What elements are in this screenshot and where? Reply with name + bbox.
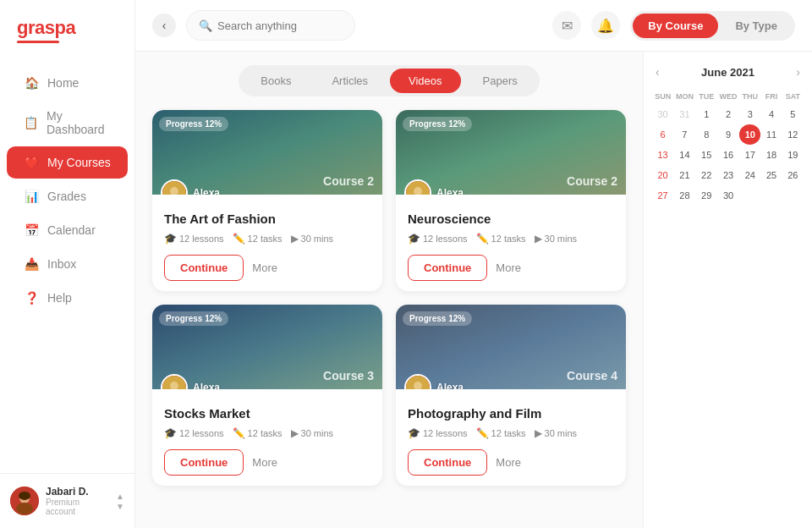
continue-button-4[interactable]: Continue (408, 449, 487, 476)
sidebar-item-help[interactable]: ❓Help (7, 282, 128, 314)
by-course-button[interactable]: By Course (633, 14, 718, 38)
tasks-count-4: 12 tasks (491, 428, 526, 438)
progress-badge-1: Progress 12% (159, 117, 228, 131)
card-image-2: Progress 12% Course 2 Alexa (396, 110, 626, 195)
dashboard-icon: 📋 (24, 115, 38, 130)
calendar-day[interactable]: 7 (673, 124, 695, 145)
tab-videos[interactable]: Videos (390, 69, 461, 93)
calendar-day[interactable]: 24 (739, 165, 760, 185)
calendar-day[interactable]: 10 (739, 124, 760, 145)
more-link-2[interactable]: More (496, 261, 521, 274)
calendar-day[interactable]: 4 (760, 104, 782, 124)
main-content: ‹ 🔍 ✉ 🔔 By Course By Type Books Articles… (135, 0, 812, 528)
more-link-4[interactable]: More (496, 456, 521, 469)
card-meta-2: 🎓 12 lessons ✏️ 12 tasks ▶ 30 mins (408, 233, 614, 245)
avatar-overlay-1: Alexa (161, 179, 220, 195)
sidebar-label-calendar: Calendar (47, 223, 96, 237)
sidebar-label-dashboard: My Dashboard (47, 109, 111, 136)
card-title-2: Neuroscience (408, 212, 614, 226)
calendar-day[interactable]: 9 (717, 124, 739, 145)
instructor-name-3: Alexa (193, 382, 220, 389)
logo-underline (17, 41, 59, 43)
sidebar-item-grades[interactable]: 📊Grades (7, 180, 128, 212)
calendar-day[interactable]: 31 (673, 104, 695, 124)
calendar-day[interactable]: 19 (782, 145, 804, 165)
tasks-meta-4: ✏️ 12 tasks (476, 427, 526, 439)
calendar-day[interactable]: 28 (673, 185, 695, 206)
calendar-day[interactable]: 13 (652, 145, 673, 165)
card-actions-2: Continue More (408, 255, 614, 281)
duration-meta-1: ▶ 30 mins (291, 233, 334, 245)
calendar-day[interactable]: 17 (739, 145, 760, 165)
instructor-name-4: Alexa (436, 382, 464, 389)
instructor-name-2: Alexa (436, 187, 464, 195)
continue-button-2[interactable]: Continue (408, 255, 487, 281)
duration-1: 30 mins (301, 234, 334, 244)
sidebar-item-dashboard[interactable]: 📋My Dashboard (7, 101, 128, 145)
calendar-header: ‹ June 2021 › (652, 63, 804, 80)
calendar-day[interactable]: 27 (652, 185, 673, 206)
calendar-day[interactable]: 12 (782, 124, 804, 145)
duration-meta-2: ▶ 30 mins (535, 233, 578, 245)
calendar-day[interactable]: 21 (673, 165, 695, 185)
lessons-count-2: 12 lessons (423, 234, 468, 244)
sidebar-item-home[interactable]: 🏠Home (7, 67, 128, 99)
tab-articles[interactable]: Articles (313, 69, 387, 93)
instructor-avatar-1 (161, 179, 188, 195)
calendar-prev-button[interactable]: ‹ (652, 63, 663, 80)
lessons-icon-3: 🎓 (164, 427, 177, 439)
calendar-day (782, 185, 804, 206)
calendar-day[interactable]: 16 (717, 145, 739, 165)
calendar-day[interactable]: 14 (673, 145, 695, 165)
calendar-day[interactable]: 15 (696, 145, 717, 165)
search-input[interactable] (217, 19, 343, 32)
user-area[interactable]: Jabari D. Premium account ▲ ▼ (0, 473, 134, 528)
duration-meta-4: ▶ 30 mins (535, 427, 578, 439)
mail-button[interactable]: ✉ (552, 11, 581, 40)
tasks-icon-4: ✏️ (476, 427, 489, 439)
calendar-day[interactable]: 11 (760, 124, 782, 145)
calendar-day[interactable]: 20 (652, 165, 673, 185)
calendar-day[interactable]: 30 (652, 104, 673, 124)
topbar-right: ✉ 🔔 By Course By Type (552, 11, 795, 41)
continue-button-1[interactable]: Continue (164, 255, 244, 281)
calendar-day[interactable]: 1 (696, 104, 717, 124)
topbar: ‹ 🔍 ✉ 🔔 By Course By Type (135, 0, 812, 52)
calendar-day[interactable]: 2 (717, 104, 739, 124)
tab-papers[interactable]: Papers (464, 69, 536, 93)
more-link-1[interactable]: More (252, 261, 277, 274)
continue-button-3[interactable]: Continue (164, 449, 244, 476)
calendar-day[interactable]: 23 (717, 165, 739, 185)
search-icon: 🔍 (199, 19, 212, 32)
lessons-meta-1: 🎓 12 lessons (164, 233, 224, 245)
calendar-day[interactable]: 3 (739, 104, 760, 124)
cal-day-header: THU (739, 89, 760, 104)
more-link-3[interactable]: More (252, 456, 277, 469)
course-label-3: Course 3 (323, 369, 374, 382)
user-chevron[interactable]: ▲ ▼ (116, 492, 124, 511)
by-type-button[interactable]: By Type (720, 14, 793, 38)
calendar-day[interactable]: 22 (696, 165, 717, 185)
calendar-day[interactable]: 6 (652, 124, 673, 145)
sidebar-item-calendar[interactable]: 📅Calendar (7, 214, 128, 246)
calendar-day[interactable]: 25 (760, 165, 782, 185)
progress-badge-4: Progress 12% (403, 311, 472, 326)
cal-day-header: TUE (696, 89, 717, 104)
calendar-day[interactable]: 8 (696, 124, 717, 145)
inbox-icon: 📥 (24, 256, 39, 272)
sidebar-item-inbox[interactable]: 📥Inbox (7, 248, 128, 280)
instructor-avatar-3 (161, 374, 188, 389)
calendar-day[interactable]: 18 (760, 145, 782, 165)
tasks-count-1: 12 tasks (248, 234, 283, 244)
calendar-day[interactable]: 29 (696, 185, 717, 206)
tab-books[interactable]: Books (242, 69, 310, 93)
sidebar-item-courses[interactable]: ❤️My Courses (7, 146, 128, 179)
calendar-week-row: 13141516171819 (652, 145, 804, 165)
calendar-day[interactable]: 26 (782, 165, 804, 185)
card-image-3: Progress 12% Course 3 Alexa (152, 305, 382, 389)
calendar-day[interactable]: 5 (782, 104, 804, 124)
back-button[interactable]: ‹ (152, 14, 176, 37)
calendar-next-button[interactable]: › (793, 63, 804, 80)
notification-button[interactable]: 🔔 (591, 11, 620, 40)
calendar-day[interactable]: 30 (717, 185, 739, 206)
